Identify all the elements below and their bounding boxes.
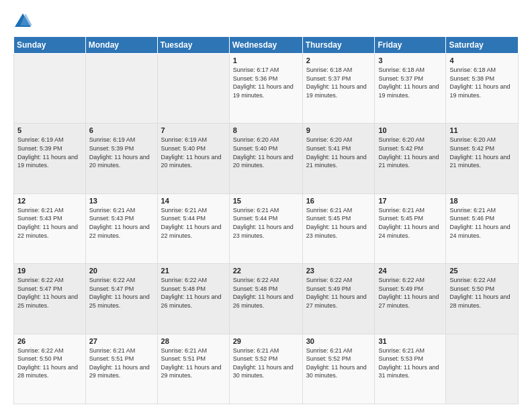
day-info: Sunrise: 6:21 AMSunset: 5:53 PMDaylight:… xyxy=(378,347,442,380)
day-info: Sunrise: 6:21 AMSunset: 5:45 PMDaylight:… xyxy=(378,206,442,240)
day-info: Sunrise: 6:19 AMSunset: 5:39 PMDaylight:… xyxy=(17,136,82,169)
day-number: 30 xyxy=(306,337,371,345)
day-info: Sunrise: 6:22 AMSunset: 5:49 PMDaylight:… xyxy=(378,276,442,310)
day-info: Sunrise: 6:22 AMSunset: 5:48 PMDaylight:… xyxy=(233,276,299,310)
day-cell: 4Sunrise: 6:18 AMSunset: 5:38 PMDaylight… xyxy=(446,54,519,124)
week-row-4: 26Sunrise: 6:22 AMSunset: 5:50 PMDayligh… xyxy=(14,334,519,404)
day-number: 21 xyxy=(161,267,226,275)
day-cell: 9Sunrise: 6:20 AMSunset: 5:41 PMDaylight… xyxy=(302,124,375,193)
day-cell: 3Sunrise: 6:18 AMSunset: 5:37 PMDaylight… xyxy=(375,54,446,124)
day-number: 28 xyxy=(161,337,226,345)
day-number: 16 xyxy=(306,197,371,205)
day-number: 12 xyxy=(17,197,82,205)
day-number: 13 xyxy=(89,197,154,205)
day-info: Sunrise: 6:20 AMSunset: 5:40 PMDaylight:… xyxy=(233,136,299,169)
day-info: Sunrise: 6:19 AMSunset: 5:40 PMDaylight:… xyxy=(161,136,226,169)
weekday-header-row: SundayMondayTuesdayWednesdayThursdayFrid… xyxy=(14,37,519,54)
day-number: 8 xyxy=(233,126,299,134)
day-cell: 10Sunrise: 6:20 AMSunset: 5:42 PMDayligh… xyxy=(375,124,446,193)
day-cell: 6Sunrise: 6:19 AMSunset: 5:39 PMDaylight… xyxy=(85,124,157,193)
day-cell: 11Sunrise: 6:20 AMSunset: 5:42 PMDayligh… xyxy=(446,124,519,193)
day-cell: 7Sunrise: 6:19 AMSunset: 5:40 PMDaylight… xyxy=(157,124,229,193)
page: SundayMondayTuesdayWednesdayThursdayFrid… xyxy=(0,0,532,411)
day-cell: 25Sunrise: 6:22 AMSunset: 5:50 PMDayligh… xyxy=(446,264,519,334)
day-info: Sunrise: 6:22 AMSunset: 5:50 PMDaylight:… xyxy=(449,276,515,310)
day-cell: 22Sunrise: 6:22 AMSunset: 5:48 PMDayligh… xyxy=(229,264,302,334)
day-info: Sunrise: 6:22 AMSunset: 5:47 PMDaylight:… xyxy=(17,276,82,310)
weekday-header-tuesday: Tuesday xyxy=(157,37,229,54)
weekday-header-wednesday: Wednesday xyxy=(229,37,302,54)
day-info: Sunrise: 6:18 AMSunset: 5:37 PMDaylight:… xyxy=(306,66,371,99)
day-number: 25 xyxy=(449,267,515,275)
week-row-1: 5Sunrise: 6:19 AMSunset: 5:39 PMDaylight… xyxy=(14,124,519,193)
day-cell: 30Sunrise: 6:21 AMSunset: 5:52 PMDayligh… xyxy=(302,334,375,404)
day-number: 6 xyxy=(89,126,154,134)
day-info: Sunrise: 6:20 AMSunset: 5:41 PMDaylight:… xyxy=(306,136,371,169)
day-info: Sunrise: 6:22 AMSunset: 5:49 PMDaylight:… xyxy=(306,276,371,310)
day-cell: 27Sunrise: 6:21 AMSunset: 5:51 PMDayligh… xyxy=(85,334,157,404)
day-cell: 28Sunrise: 6:21 AMSunset: 5:51 PMDayligh… xyxy=(157,334,229,404)
day-cell: 23Sunrise: 6:22 AMSunset: 5:49 PMDayligh… xyxy=(302,264,375,334)
day-number: 4 xyxy=(449,56,515,64)
day-cell: 14Sunrise: 6:21 AMSunset: 5:44 PMDayligh… xyxy=(157,193,229,263)
calendar-table: SundayMondayTuesdayWednesdayThursdayFrid… xyxy=(13,36,519,404)
day-info: Sunrise: 6:21 AMSunset: 5:52 PMDaylight:… xyxy=(233,347,299,380)
day-cell: 17Sunrise: 6:21 AMSunset: 5:45 PMDayligh… xyxy=(375,193,446,263)
day-cell xyxy=(157,54,229,124)
day-cell: 19Sunrise: 6:22 AMSunset: 5:47 PMDayligh… xyxy=(14,264,86,334)
weekday-header-friday: Friday xyxy=(375,37,446,54)
week-row-2: 12Sunrise: 6:21 AMSunset: 5:43 PMDayligh… xyxy=(14,193,519,263)
day-number: 7 xyxy=(161,126,226,134)
week-row-3: 19Sunrise: 6:22 AMSunset: 5:47 PMDayligh… xyxy=(14,264,519,334)
day-info: Sunrise: 6:22 AMSunset: 5:47 PMDaylight:… xyxy=(89,276,154,310)
weekday-header-thursday: Thursday xyxy=(302,37,375,54)
day-number: 2 xyxy=(306,56,371,64)
day-cell xyxy=(14,54,86,124)
day-info: Sunrise: 6:20 AMSunset: 5:42 PMDaylight:… xyxy=(378,136,442,169)
day-number: 1 xyxy=(233,56,299,64)
day-info: Sunrise: 6:21 AMSunset: 5:44 PMDaylight:… xyxy=(161,206,226,240)
day-cell: 13Sunrise: 6:21 AMSunset: 5:43 PMDayligh… xyxy=(85,193,157,263)
day-number: 18 xyxy=(449,197,515,205)
day-info: Sunrise: 6:17 AMSunset: 5:36 PMDaylight:… xyxy=(233,66,299,99)
day-number: 27 xyxy=(89,337,154,345)
day-info: Sunrise: 6:21 AMSunset: 5:44 PMDaylight:… xyxy=(233,206,299,240)
day-info: Sunrise: 6:22 AMSunset: 5:48 PMDaylight:… xyxy=(161,276,226,310)
day-info: Sunrise: 6:21 AMSunset: 5:43 PMDaylight:… xyxy=(89,206,154,240)
day-cell: 2Sunrise: 6:18 AMSunset: 5:37 PMDaylight… xyxy=(302,54,375,124)
day-cell xyxy=(446,334,519,404)
weekday-header-sunday: Sunday xyxy=(14,37,86,54)
day-info: Sunrise: 6:20 AMSunset: 5:42 PMDaylight:… xyxy=(449,136,515,169)
day-number: 23 xyxy=(306,267,371,275)
day-cell: 29Sunrise: 6:21 AMSunset: 5:52 PMDayligh… xyxy=(229,334,302,404)
logo-icon xyxy=(13,11,32,30)
day-cell: 24Sunrise: 6:22 AMSunset: 5:49 PMDayligh… xyxy=(375,264,446,334)
day-info: Sunrise: 6:21 AMSunset: 5:51 PMDaylight:… xyxy=(161,347,226,380)
day-info: Sunrise: 6:21 AMSunset: 5:51 PMDaylight:… xyxy=(89,347,154,380)
day-cell: 15Sunrise: 6:21 AMSunset: 5:44 PMDayligh… xyxy=(229,193,302,263)
day-number: 20 xyxy=(89,267,154,275)
day-number: 5 xyxy=(17,126,82,134)
day-cell: 5Sunrise: 6:19 AMSunset: 5:39 PMDaylight… xyxy=(14,124,86,193)
day-info: Sunrise: 6:22 AMSunset: 5:50 PMDaylight:… xyxy=(17,347,82,380)
day-number: 31 xyxy=(378,337,442,345)
day-number: 3 xyxy=(378,56,442,64)
day-cell: 26Sunrise: 6:22 AMSunset: 5:50 PMDayligh… xyxy=(14,334,86,404)
day-number: 26 xyxy=(17,337,82,345)
day-cell: 31Sunrise: 6:21 AMSunset: 5:53 PMDayligh… xyxy=(375,334,446,404)
day-number: 9 xyxy=(306,126,371,134)
day-cell: 21Sunrise: 6:22 AMSunset: 5:48 PMDayligh… xyxy=(157,264,229,334)
day-number: 11 xyxy=(449,126,515,134)
header xyxy=(13,11,519,30)
day-cell: 12Sunrise: 6:21 AMSunset: 5:43 PMDayligh… xyxy=(14,193,86,263)
day-info: Sunrise: 6:19 AMSunset: 5:39 PMDaylight:… xyxy=(89,136,154,169)
day-cell xyxy=(85,54,157,124)
day-cell: 18Sunrise: 6:21 AMSunset: 5:46 PMDayligh… xyxy=(446,193,519,263)
day-number: 10 xyxy=(378,126,442,134)
day-number: 19 xyxy=(17,267,82,275)
day-info: Sunrise: 6:18 AMSunset: 5:37 PMDaylight:… xyxy=(378,66,442,99)
day-number: 15 xyxy=(233,197,299,205)
day-info: Sunrise: 6:18 AMSunset: 5:38 PMDaylight:… xyxy=(449,66,515,99)
week-row-0: 1Sunrise: 6:17 AMSunset: 5:36 PMDaylight… xyxy=(14,54,519,124)
day-number: 24 xyxy=(378,267,442,275)
